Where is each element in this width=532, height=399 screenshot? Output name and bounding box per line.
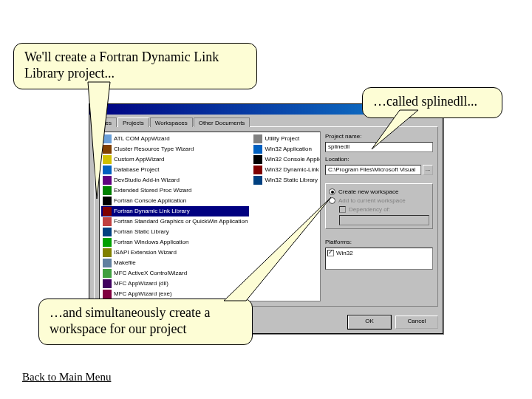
list-item[interactable]: Utility Project <box>252 134 321 144</box>
list-item-label: Extended Stored Proc Wizard <box>114 186 191 195</box>
list-item-label: ISAPI Extension Wizard <box>114 248 177 257</box>
list-item[interactable]: Win32 Dynamic-Link Library <box>252 165 321 175</box>
callout-tail-icon <box>209 196 342 314</box>
list-item-label: Fortran Console Application <box>114 197 186 205</box>
list-item-label: DevStudio Add-in Wizard <box>114 176 180 185</box>
radio-create-workspace[interactable]: Create new workspace <box>329 188 429 195</box>
project-type-icon <box>103 279 112 288</box>
project-type-icon <box>253 145 262 154</box>
list-item-label: Win32 Application <box>265 145 312 154</box>
radio-add-workspace-label: Add to current workspace <box>338 197 406 204</box>
tab-workspaces[interactable]: Workspaces <box>150 117 193 127</box>
project-type-icon <box>253 155 262 164</box>
project-type-icon <box>103 269 112 278</box>
list-item-label: MFC ActiveX ControlWizard <box>114 269 187 278</box>
callout-tail-icon <box>370 109 429 160</box>
project-type-icon <box>103 176 112 185</box>
project-type-icon <box>103 248 112 257</box>
radio-dot-on-icon <box>329 188 335 195</box>
tab-other-documents[interactable]: Other Documents <box>194 117 250 127</box>
list-item-label: Makefile <box>114 259 136 267</box>
list-item-label: Utility Project <box>265 134 299 143</box>
project-type-icon <box>103 259 112 267</box>
project-type-icon <box>103 197 112 205</box>
project-type-icon <box>103 290 112 299</box>
svg-marker-2 <box>224 197 331 301</box>
list-item[interactable]: Win32 Console Application <box>252 154 321 165</box>
ok-button[interactable]: OK <box>348 316 391 329</box>
list-item-label: Fortran Dynamic Link Library <box>114 207 190 216</box>
list-item-label: Win32 Dynamic-Link Library <box>265 166 321 174</box>
list-item[interactable]: Win32 Application <box>252 144 321 154</box>
radio-add-workspace: Add to current workspace <box>329 197 429 204</box>
list-item[interactable]: Extended Stored Proc Wizard <box>101 185 249 196</box>
callout-workspace: …and simultaneously create a workspace f… <box>38 299 253 345</box>
project-type-icon <box>253 134 262 143</box>
back-link[interactable]: Back to Main Menu <box>22 371 111 383</box>
tab-projects[interactable]: Projects <box>117 117 149 127</box>
callout-tail-icon <box>81 81 140 177</box>
project-type-icon <box>103 186 112 195</box>
location-input[interactable]: C:\Program Files\Microsoft Visual <box>325 165 421 175</box>
list-item[interactable]: DevStudio Add-in Wizard <box>101 175 249 185</box>
dependency-checkbox: Dependency of: <box>339 206 429 213</box>
list-item-label: Fortran Static Library <box>114 228 169 236</box>
dependency-label: Dependency of: <box>349 206 390 213</box>
list-item-label: MFC AppWizard (dll) <box>114 279 168 288</box>
project-type-icon <box>103 207 112 216</box>
browse-button[interactable]: ... <box>423 165 433 175</box>
project-type-icon <box>103 217 112 226</box>
callout-project-type: We'll create a Fortran Dynamic Link Libr… <box>13 43 257 89</box>
list-item-label: Fortran Windows Application <box>114 238 188 247</box>
project-type-icon <box>253 176 262 185</box>
project-type-icon <box>253 166 262 174</box>
project-type-icon <box>103 238 112 247</box>
list-item[interactable]: Win32 Static Library <box>252 175 321 185</box>
project-type-icon <box>103 228 112 236</box>
list-item-label: Win32 Static Library <box>265 176 318 185</box>
dependency-dropdown <box>339 215 429 225</box>
platform-row[interactable]: Win32 <box>327 250 431 256</box>
radio-create-workspace-label: Create new workspace <box>338 188 398 195</box>
list-item-label: Win32 Console Application <box>265 155 321 164</box>
cancel-button[interactable]: Cancel <box>395 316 438 329</box>
svg-marker-1 <box>372 110 418 149</box>
list-item-label: MFC AppWizard (exe) <box>114 290 172 299</box>
callout-project-name: …called splinedll... <box>362 87 502 118</box>
